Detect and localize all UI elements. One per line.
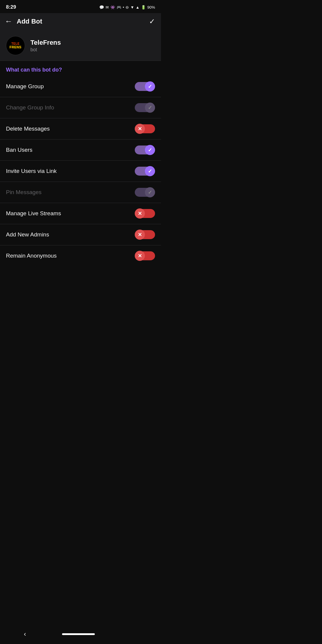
permission-row-add-new-admins: Add New Admins ✕ [0, 224, 161, 245]
toggle-icon-ban-users: ✓ [145, 145, 155, 155]
toggle-icon-delete-messages: ✕ [135, 124, 145, 134]
status-bar: 8:29 💬 ✉ 👾 🎮 • ⊖ ▼ ▲ 🔋 90% [0, 0, 161, 13]
toolbar: ← Add Bot ✓ [0, 13, 161, 31]
permission-row-ban-users: Ban Users ✓ [0, 140, 161, 161]
toggle-manage-live-streams[interactable]: ✕ [135, 208, 155, 219]
page-title: Add Bot [17, 18, 149, 25]
permission-label-remain-anonymous: Remain Anonymous [6, 253, 57, 259]
bot-info-section: TELE FRENS TeleFrens bot [0, 31, 161, 61]
logo-frens: FRENS [10, 45, 21, 49]
toggle-manage-group[interactable]: ✓ [135, 81, 155, 92]
toggle-add-new-admins[interactable]: ✕ [135, 230, 155, 240]
signal-icon: ▲ [136, 5, 140, 10]
wifi-icon: ▼ [130, 5, 134, 10]
permission-label-invite-users-via-link: Invite Users via Link [6, 168, 57, 174]
permissions-list: Manage Group ✓ Change Group Info ✓ Delet… [0, 76, 161, 266]
permission-row-pin-messages: Pin Messages ✓ [0, 182, 161, 203]
permission-label-manage-group: Manage Group [6, 83, 44, 90]
section-question: What can this bot do? [6, 67, 155, 73]
notification-icon: 💬 [99, 5, 104, 10]
permission-label-ban-users: Ban Users [6, 147, 32, 153]
permission-row-remain-anonymous: Remain Anonymous ✕ [0, 245, 161, 266]
permission-row-change-group-info: Change Group Info ✓ [0, 97, 161, 118]
confirm-button[interactable]: ✓ [149, 17, 155, 26]
permission-row-manage-live-streams: Manage Live Streams ✕ [0, 203, 161, 224]
game-icon2: 🎮 [117, 5, 121, 10]
toggle-icon-add-new-admins: ✕ [135, 230, 145, 240]
permission-label-delete-messages: Delete Messages [6, 126, 50, 132]
game-icon1: 👾 [110, 5, 115, 10]
toggle-ban-users[interactable]: ✓ [135, 145, 155, 155]
toggle-icon-manage-group: ✓ [145, 81, 155, 92]
toggle-icon-invite-users-via-link: ✓ [145, 166, 155, 176]
toggle-delete-messages[interactable]: ✕ [135, 124, 155, 134]
bot-role: bot [30, 47, 61, 52]
permission-row-manage-group: Manage Group ✓ [0, 76, 161, 97]
toggle-icon-pin-messages: ✓ [145, 187, 155, 197]
toggle-remain-anonymous[interactable]: ✕ [135, 251, 155, 261]
battery-icon: 🔋 [141, 5, 146, 10]
bot-name: TeleFrens [30, 39, 61, 47]
toggle-pin-messages[interactable]: ✓ [135, 187, 155, 197]
permission-label-change-group-info: Change Group Info [6, 104, 54, 111]
avatar: TELE FRENS [6, 36, 25, 55]
section-header: What can this bot do? [0, 61, 161, 76]
permission-label-manage-live-streams: Manage Live Streams [6, 210, 61, 217]
toggle-icon-change-group-info: ✓ [145, 103, 155, 113]
toggle-change-group-info[interactable]: ✓ [135, 103, 155, 113]
bot-name-area: TeleFrens bot [30, 39, 61, 52]
battery-percent: 90% [147, 5, 155, 10]
toggle-invite-users-via-link[interactable]: ✓ [135, 166, 155, 176]
mail-icon: ✉ [106, 5, 109, 10]
logo-tele: TELE [11, 42, 20, 45]
toggle-icon-remain-anonymous: ✕ [135, 251, 145, 261]
permission-row-delete-messages: Delete Messages ✕ [0, 118, 161, 140]
back-button[interactable]: ← [5, 17, 13, 26]
toggle-icon-manage-live-streams: ✕ [135, 208, 145, 219]
dnd-icon: ⊖ [126, 5, 129, 10]
dot-icon: • [123, 5, 124, 10]
permission-label-pin-messages: Pin Messages [6, 189, 41, 196]
permission-row-invite-users-via-link: Invite Users via Link ✓ [0, 161, 161, 182]
permission-label-add-new-admins: Add New Admins [6, 231, 49, 238]
status-icons: 💬 ✉ 👾 🎮 • ⊖ ▼ ▲ 🔋 90% [99, 5, 155, 10]
status-time: 8:29 [6, 4, 16, 10]
